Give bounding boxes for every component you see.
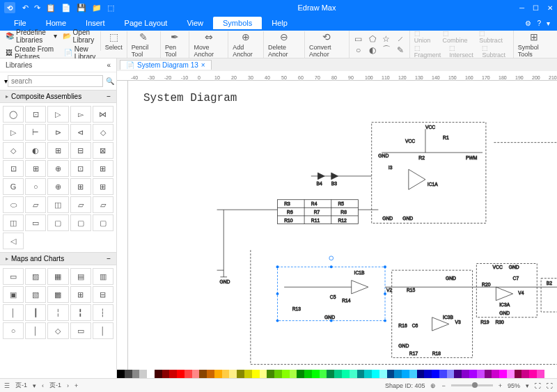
document-tab[interactable]: 📄 System Diagram 13 × — [120, 60, 212, 70]
color-swatch[interactable] — [379, 370, 387, 378]
bool-fragment[interactable]: ⬚ Fragment — [414, 45, 444, 58]
color-swatch[interactable] — [327, 370, 334, 378]
color-swatch[interactable] — [312, 370, 320, 378]
library-shape[interactable]: ▷ — [47, 106, 68, 123]
menu-page-layout[interactable]: Page Layout — [115, 17, 178, 29]
zoom-out-button[interactable]: − — [441, 382, 445, 389]
color-palette[interactable] — [117, 370, 544, 378]
zoom-in-button[interactable]: + — [499, 382, 502, 389]
library-shape[interactable]: ▭ — [3, 268, 24, 285]
library-shape[interactable]: ▻ — [70, 106, 91, 123]
page-tab-2[interactable]: 页-1 — [49, 381, 61, 390]
page-tabs-icon[interactable]: ☰ — [4, 382, 10, 389]
library-shape[interactable]: ⊡ — [3, 160, 24, 177]
fullscreen-icon[interactable]: ⛶ — [547, 382, 553, 389]
color-swatch[interactable] — [237, 370, 244, 378]
library-shape[interactable]: ▭ — [70, 322, 91, 339]
library-shape[interactable]: ⊟ — [70, 142, 91, 159]
library-shape[interactable]: ▱ — [93, 196, 113, 213]
page-prev[interactable]: ‹ — [42, 382, 44, 389]
color-swatch[interactable] — [402, 370, 409, 378]
color-swatch[interactable] — [185, 370, 192, 378]
predefine-libraries-button[interactable]: 📚 Predefine Libraries ▾ — [6, 29, 57, 44]
page-tab-dropdown[interactable]: ▾ — [33, 382, 36, 389]
library-shape[interactable]: ⊕ — [47, 160, 68, 177]
library-shape[interactable]: ▭ — [25, 214, 46, 231]
library-shape[interactable]: ◇ — [93, 124, 113, 141]
color-swatch[interactable] — [342, 370, 350, 378]
library-shape[interactable]: │ — [93, 322, 113, 339]
library-shape[interactable]: ⊡ — [70, 160, 91, 177]
library-shape[interactable]: ⊲ — [70, 124, 91, 141]
color-swatch[interactable] — [260, 370, 267, 378]
library-shape[interactable]: ○ — [25, 178, 46, 195]
color-swatch[interactable] — [409, 370, 417, 378]
library-shape[interactable]: ◫ — [47, 196, 68, 213]
color-swatch[interactable] — [447, 370, 455, 378]
library-shape[interactable]: ▧ — [25, 286, 46, 303]
shape-line[interactable]: ⟋ — [395, 34, 405, 44]
color-swatch[interactable] — [222, 370, 230, 378]
open-library-button[interactable]: 📂 Open Library — [63, 29, 97, 44]
select-tool[interactable]: ⬚Select — [100, 31, 127, 51]
library-shape[interactable]: ▢ — [47, 214, 68, 231]
close-button[interactable]: ✕ — [547, 4, 553, 12]
color-swatch[interactable] — [267, 370, 274, 378]
library-shape[interactable]: ╎ — [47, 304, 68, 321]
color-swatch[interactable] — [192, 370, 200, 378]
color-swatch[interactable] — [199, 370, 207, 378]
qat-undo[interactable]: ↶ — [22, 3, 29, 13]
library-shape[interactable]: ▥ — [93, 268, 113, 285]
color-swatch[interactable] — [507, 370, 515, 378]
library-shape[interactable]: ▤ — [70, 268, 91, 285]
library-shape[interactable]: ▱ — [70, 196, 91, 213]
canvas[interactable]: System Diagram TEXT Replace your text he… — [128, 81, 557, 378]
add-page-button[interactable]: + — [74, 382, 78, 389]
color-swatch[interactable] — [117, 370, 125, 378]
library-shape[interactable]: ⊞ — [70, 178, 91, 195]
search-icon[interactable]: 🔍 — [106, 77, 114, 85]
library-shape[interactable]: ⊞ — [93, 178, 113, 195]
library-shape[interactable]: ◯ — [3, 106, 24, 123]
color-swatch[interactable] — [387, 370, 395, 378]
minimize-button[interactable]: ─ — [519, 4, 524, 12]
color-swatch[interactable] — [417, 370, 425, 378]
library-shape[interactable]: ◫ — [3, 214, 24, 231]
library-shape[interactable]: │ — [3, 304, 24, 321]
bool-combine[interactable]: ⬚ Combine — [443, 30, 474, 44]
close-tab-icon[interactable]: × — [201, 61, 205, 69]
color-swatch[interactable] — [357, 370, 365, 378]
color-swatch[interactable] — [515, 370, 522, 378]
accordion-composite[interactable]: Composite Assemblies− — [0, 90, 116, 103]
color-swatch[interactable] — [439, 370, 447, 378]
color-swatch[interactable] — [132, 370, 140, 378]
color-swatch[interactable] — [282, 370, 290, 378]
library-shape[interactable]: ◐ — [25, 142, 46, 159]
page-next[interactable]: › — [67, 382, 69, 389]
color-swatch[interactable] — [485, 370, 492, 378]
color-swatch[interactable] — [162, 370, 170, 378]
pen-tool[interactable]: ✒Pen Tool — [160, 31, 189, 58]
library-shape[interactable]: ▣ — [3, 286, 24, 303]
color-swatch[interactable] — [207, 370, 214, 378]
add-anchor-tool[interactable]: ⊕Add Anchor — [228, 31, 263, 58]
library-shape[interactable]: ▢ — [93, 214, 113, 231]
menu-symbols[interactable]: Symbols — [213, 17, 262, 29]
color-swatch[interactable] — [477, 370, 485, 378]
color-swatch[interactable] — [290, 370, 297, 378]
color-swatch[interactable] — [274, 370, 282, 378]
color-swatch[interactable] — [469, 370, 477, 378]
color-swatch[interactable] — [177, 370, 185, 378]
delete-anchor-tool[interactable]: ⊖Delete Anchor — [263, 31, 304, 58]
library-shape[interactable]: ▢ — [70, 214, 91, 231]
library-shape[interactable]: ╏ — [70, 304, 91, 321]
qat-redo[interactable]: ↷ — [34, 3, 40, 13]
color-swatch[interactable] — [214, 370, 222, 378]
move-anchor-tool[interactable]: ⇔Move Anchor — [189, 31, 228, 58]
zoom-dropdown[interactable]: ▾ — [526, 382, 529, 389]
color-swatch[interactable] — [350, 370, 357, 378]
shape-star[interactable]: ☆ — [382, 34, 391, 44]
library-shape[interactable]: ⊕ — [47, 178, 68, 195]
shape-halfcircle[interactable]: ◐ — [368, 45, 377, 55]
search-input[interactable] — [8, 75, 103, 87]
